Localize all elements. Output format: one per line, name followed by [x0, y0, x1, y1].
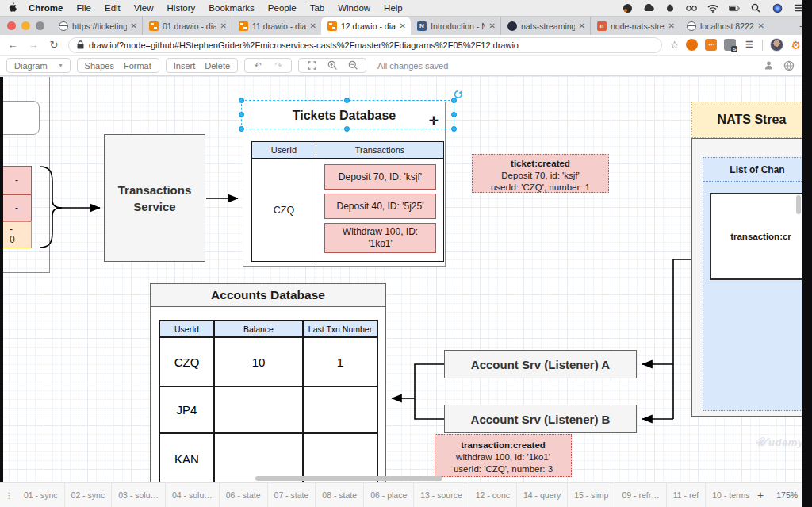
format-button[interactable]: Format	[124, 61, 151, 71]
plugin-icon[interactable]	[665, 2, 676, 13]
transaction-created-note[interactable]: transaction:created withdraw 100, id: '1…	[435, 434, 572, 477]
profile-avatar[interactable]	[770, 38, 783, 52]
undo-icon[interactable]: ↶	[252, 60, 263, 71]
ticket-created-note[interactable]: ticket:created Deposit 70, id: 'ksjf' us…	[472, 154, 609, 193]
drawio-canvas[interactable]: - - - 0 Transactions Service	[0, 76, 812, 482]
vertical-scrollbar-thumb[interactable]	[796, 195, 801, 214]
extension-lines-icon[interactable]: ☰	[743, 39, 755, 51]
extension-orange-circle-icon[interactable]	[686, 39, 698, 51]
delete-button[interactable]: Delete	[205, 61, 230, 71]
accounts-table[interactable]: UserId Balance Last Txn Number CZQ 10 1 …	[159, 320, 378, 482]
wifi-icon[interactable]	[707, 2, 718, 13]
page-tab[interactable]: 08 - state	[316, 483, 364, 507]
pages-menu-icon[interactable]: ⋮	[0, 483, 17, 507]
menu-edit[interactable]: Edit	[105, 3, 121, 13]
selection-handle[interactable]	[239, 98, 244, 103]
battery-icon[interactable]	[729, 2, 740, 13]
chrome-menu-icon[interactable]: ⚙	[791, 39, 801, 52]
close-tab-icon[interactable]: ✕	[579, 21, 585, 30]
glasses-icon[interactable]	[686, 2, 697, 13]
close-tab-icon[interactable]: ✕	[668, 21, 675, 30]
page-tab[interactable]: 11 - ref	[667, 483, 706, 507]
address-bar[interactable]: draw.io/?mode=github#HStephenGrider%2Fmi…	[68, 37, 662, 53]
tickets-db-title[interactable]: Tickets Database	[243, 102, 446, 129]
selection-handle[interactable]	[344, 126, 350, 132]
insert-button[interactable]: Insert	[174, 61, 196, 71]
page-tab[interactable]: 14 - query	[517, 483, 568, 507]
nats-title-box[interactable]: NATS Strea	[691, 102, 812, 138]
menu-tab[interactable]: Tab	[310, 3, 325, 13]
fullscreen-icon[interactable]	[306, 60, 317, 71]
account-srv-listener-b-box[interactable]: Account Srv (Listener) B	[444, 405, 637, 433]
clipped-transaction-cell[interactable]: -	[2, 194, 32, 221]
page-tab[interactable]: 07 - state	[268, 483, 316, 507]
tab-nats-streaming-docker[interactable]: nats-streaming - D ✕	[500, 17, 590, 35]
menu-view[interactable]: View	[134, 3, 154, 13]
page-tab[interactable]: 06 - place	[364, 483, 414, 507]
page-tab[interactable]: 13 - source	[414, 483, 469, 507]
spotlight-search-icon[interactable]	[750, 2, 761, 13]
selection-handle[interactable]	[344, 98, 350, 103]
cloud-icon[interactable]	[643, 2, 654, 13]
forward-icon[interactable]: →	[27, 39, 40, 51]
tab-nats-intro[interactable]: N Introduction - NATS ✕	[411, 17, 500, 35]
page-tab[interactable]: 04 - solu…	[166, 483, 220, 507]
share-person-icon[interactable]	[763, 60, 774, 71]
page-tab[interactable]: 02 - sync	[65, 483, 113, 507]
diagram-menu-button[interactable]: Diagram ▾	[6, 58, 71, 73]
close-tab-icon[interactable]: ✕	[131, 21, 137, 30]
transaction-item[interactable]: Deposit 40, ID: '5j25'	[324, 194, 436, 219]
menu-people[interactable]: People	[268, 3, 297, 13]
minimize-window-button[interactable]	[21, 21, 30, 30]
back-icon[interactable]: ←	[6, 39, 19, 51]
siri-icon[interactable]	[772, 2, 783, 13]
app-badge-icon[interactable]	[622, 2, 633, 13]
selection-handle[interactable]	[239, 112, 244, 117]
page-tab[interactable]: 15 - simp	[568, 483, 615, 507]
tickets-table[interactable]: UserId Transactions CZQ Deposit 70, ID: …	[251, 141, 444, 262]
tab-ticketing-dev[interactable]: https://ticketing.dev ✕	[52, 17, 142, 35]
close-tab-icon[interactable]: ✕	[400, 21, 406, 30]
tab-node-nats-streaming[interactable]: n node-nats-streamin ✕	[590, 17, 680, 35]
transactions-service-box[interactable]: Transactions Service	[104, 134, 205, 262]
page-tab[interactable]: 06 - state	[220, 483, 268, 507]
page-tab[interactable]: 01 - sync	[17, 483, 65, 507]
menu-help[interactable]: Help	[384, 3, 403, 13]
zoom-in-icon[interactable]	[327, 60, 338, 71]
tab-localhost-8222[interactable]: localhost:8222/stre ✕	[680, 17, 769, 35]
menu-chrome[interactable]: Chrome	[29, 3, 63, 13]
close-tab-icon[interactable]: ✕	[758, 21, 764, 30]
selection-handle[interactable]	[451, 112, 457, 117]
close-tab-icon[interactable]: ✕	[220, 21, 227, 30]
language-globe-icon[interactable]	[783, 60, 795, 71]
page-tab[interactable]: 09 - refr…	[615, 483, 666, 507]
selection-handle[interactable]	[451, 126, 457, 132]
reload-icon[interactable]: ↻	[48, 39, 60, 51]
close-tab-icon[interactable]: ✕	[489, 21, 496, 30]
add-page-button[interactable]: +	[750, 483, 771, 507]
menu-window[interactable]: Window	[338, 3, 370, 13]
apple-icon[interactable]	[8, 2, 17, 13]
rotate-handle-icon[interactable]	[454, 90, 463, 99]
account-srv-listener-a-box[interactable]: Account Srv (Listener) A	[444, 350, 637, 378]
selection-handle[interactable]	[239, 126, 244, 132]
close-tab-icon[interactable]: ✕	[310, 21, 316, 30]
menu-history[interactable]: History	[167, 3, 196, 13]
menu-file[interactable]: File	[76, 3, 91, 13]
tab-01-drawio[interactable]: 01.drawio - diagram ✕	[142, 17, 232, 35]
clipped-transaction-cell[interactable]: -	[2, 166, 32, 194]
bookmark-star-icon[interactable]: ☆	[670, 39, 680, 51]
close-window-button[interactable]	[7, 21, 16, 30]
tab-12-drawio-active[interactable]: 12.drawio - diagram ✕	[321, 17, 411, 35]
transaction-item[interactable]: Deposit 70, ID: 'ksjf'	[324, 164, 436, 190]
menu-bookmarks[interactable]: Bookmarks	[209, 3, 255, 13]
shapes-button[interactable]: Shapes	[85, 61, 114, 71]
extension-orange-square-icon[interactable]: ⋯	[705, 39, 717, 51]
redo-icon[interactable]: ↷	[273, 60, 284, 71]
zoom-window-button[interactable]	[36, 21, 44, 30]
clipped-orange-cell[interactable]: - 0	[2, 221, 32, 248]
zoom-out-icon[interactable]	[347, 60, 358, 71]
tab-11-drawio[interactable]: 11.drawio - diagram ✕	[232, 17, 321, 35]
page-tab[interactable]: 03 - solu…	[112, 483, 166, 507]
page-tab[interactable]: 12 - conc	[469, 483, 517, 507]
